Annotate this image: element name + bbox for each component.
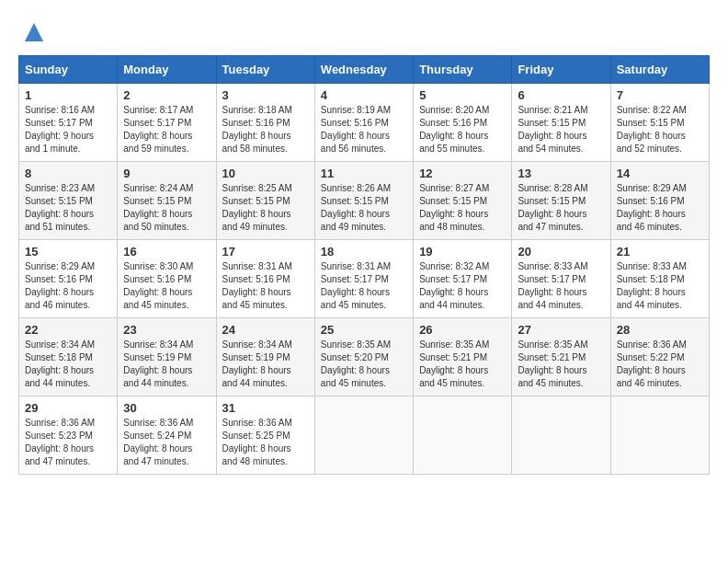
day-number: 7 xyxy=(617,88,703,102)
day-number: 16 xyxy=(123,245,210,259)
day-number: 9 xyxy=(123,167,210,180)
day-info: Sunrise: 8:24 AM Sunset: 5:15 PM Dayligh… xyxy=(123,182,210,234)
day-info: Sunrise: 8:23 AM Sunset: 5:15 PM Dayligh… xyxy=(25,182,111,234)
day-cell xyxy=(314,396,413,475)
day-cell: 14Sunrise: 8:29 AM Sunset: 5:16 PM Dayli… xyxy=(610,162,709,240)
header-row: SundayMondayTuesdayWednesdayThursdayFrid… xyxy=(19,56,710,84)
day-cell: 8Sunrise: 8:23 AM Sunset: 5:15 PM Daylig… xyxy=(19,162,118,240)
logo xyxy=(18,18,48,46)
day-cell: 13Sunrise: 8:28 AM Sunset: 5:15 PM Dayli… xyxy=(512,162,610,240)
day-number: 12 xyxy=(419,167,506,180)
day-info: Sunrise: 8:17 AM Sunset: 5:17 PM Dayligh… xyxy=(123,104,210,155)
day-cell: 25Sunrise: 8:35 AM Sunset: 5:20 PM Dayli… xyxy=(314,318,413,396)
day-cell: 26Sunrise: 8:35 AM Sunset: 5:21 PM Dayli… xyxy=(414,318,512,396)
day-number: 2 xyxy=(123,88,210,102)
col-header-wednesday: Wednesday xyxy=(314,56,413,84)
day-number: 10 xyxy=(222,167,309,180)
day-info: Sunrise: 8:31 AM Sunset: 5:16 PM Dayligh… xyxy=(222,260,309,312)
day-number: 11 xyxy=(321,167,407,180)
day-number: 8 xyxy=(25,167,111,180)
week-row-5: 29Sunrise: 8:36 AM Sunset: 5:23 PM Dayli… xyxy=(19,396,710,475)
day-cell xyxy=(414,396,512,475)
week-row-4: 22Sunrise: 8:34 AM Sunset: 5:18 PM Dayli… xyxy=(19,318,710,396)
logo-icon xyxy=(20,18,48,46)
day-info: Sunrise: 8:36 AM Sunset: 5:23 PM Dayligh… xyxy=(25,417,111,468)
day-number: 14 xyxy=(617,167,703,180)
page-header xyxy=(18,18,710,46)
day-info: Sunrise: 8:25 AM Sunset: 5:15 PM Dayligh… xyxy=(222,182,309,234)
day-info: Sunrise: 8:28 AM Sunset: 5:15 PM Dayligh… xyxy=(518,182,604,234)
day-cell: 21Sunrise: 8:33 AM Sunset: 5:18 PM Dayli… xyxy=(610,240,709,318)
day-info: Sunrise: 8:19 AM Sunset: 5:16 PM Dayligh… xyxy=(321,104,407,155)
day-info: Sunrise: 8:29 AM Sunset: 5:16 PM Dayligh… xyxy=(25,260,111,312)
day-number: 26 xyxy=(419,323,506,337)
day-info: Sunrise: 8:31 AM Sunset: 5:17 PM Dayligh… xyxy=(321,260,407,312)
day-info: Sunrise: 8:35 AM Sunset: 5:21 PM Dayligh… xyxy=(518,339,604,390)
day-cell: 12Sunrise: 8:27 AM Sunset: 5:15 PM Dayli… xyxy=(414,162,512,240)
col-header-thursday: Thursday xyxy=(414,56,512,84)
day-cell: 28Sunrise: 8:36 AM Sunset: 5:22 PM Dayli… xyxy=(610,318,709,396)
week-row-3: 15Sunrise: 8:29 AM Sunset: 5:16 PM Dayli… xyxy=(19,240,710,318)
day-number: 1 xyxy=(25,88,111,102)
day-cell: 3Sunrise: 8:18 AM Sunset: 5:16 PM Daylig… xyxy=(216,84,314,162)
day-cell: 24Sunrise: 8:34 AM Sunset: 5:19 PM Dayli… xyxy=(216,318,314,396)
day-info: Sunrise: 8:36 AM Sunset: 5:25 PM Dayligh… xyxy=(222,417,309,468)
day-info: Sunrise: 8:32 AM Sunset: 5:17 PM Dayligh… xyxy=(419,260,506,312)
day-cell xyxy=(512,396,610,475)
svg-marker-0 xyxy=(25,23,43,41)
day-number: 24 xyxy=(222,323,309,337)
day-info: Sunrise: 8:34 AM Sunset: 5:19 PM Dayligh… xyxy=(222,339,309,390)
day-info: Sunrise: 8:35 AM Sunset: 5:20 PM Dayligh… xyxy=(321,339,407,390)
day-number: 19 xyxy=(419,245,506,259)
calendar-table: SundayMondayTuesdayWednesdayThursdayFrid… xyxy=(18,55,710,475)
day-cell: 5Sunrise: 8:20 AM Sunset: 5:16 PM Daylig… xyxy=(414,84,512,162)
day-cell: 2Sunrise: 8:17 AM Sunset: 5:17 PM Daylig… xyxy=(118,84,216,162)
day-number: 6 xyxy=(518,88,604,102)
day-info: Sunrise: 8:33 AM Sunset: 5:17 PM Dayligh… xyxy=(518,260,604,312)
day-info: Sunrise: 8:18 AM Sunset: 5:16 PM Dayligh… xyxy=(222,104,309,155)
day-cell: 4Sunrise: 8:19 AM Sunset: 5:16 PM Daylig… xyxy=(314,84,413,162)
day-info: Sunrise: 8:21 AM Sunset: 5:15 PM Dayligh… xyxy=(518,104,604,155)
col-header-friday: Friday xyxy=(512,56,610,84)
day-cell xyxy=(610,396,709,475)
day-info: Sunrise: 8:22 AM Sunset: 5:15 PM Dayligh… xyxy=(617,104,703,155)
col-header-sunday: Sunday xyxy=(19,56,118,84)
day-number: 3 xyxy=(222,88,309,102)
day-number: 18 xyxy=(321,245,407,259)
day-number: 20 xyxy=(518,245,604,259)
day-number: 21 xyxy=(617,245,703,259)
day-info: Sunrise: 8:33 AM Sunset: 5:18 PM Dayligh… xyxy=(617,260,703,312)
day-info: Sunrise: 8:34 AM Sunset: 5:18 PM Dayligh… xyxy=(25,339,111,390)
day-cell: 7Sunrise: 8:22 AM Sunset: 5:15 PM Daylig… xyxy=(610,84,709,162)
day-number: 13 xyxy=(518,167,604,180)
day-cell: 1Sunrise: 8:16 AM Sunset: 5:17 PM Daylig… xyxy=(19,84,118,162)
day-cell: 15Sunrise: 8:29 AM Sunset: 5:16 PM Dayli… xyxy=(19,240,118,318)
day-number: 27 xyxy=(518,323,604,337)
day-info: Sunrise: 8:20 AM Sunset: 5:16 PM Dayligh… xyxy=(419,104,506,155)
day-info: Sunrise: 8:29 AM Sunset: 5:16 PM Dayligh… xyxy=(617,182,703,234)
day-cell: 9Sunrise: 8:24 AM Sunset: 5:15 PM Daylig… xyxy=(118,162,216,240)
day-cell: 10Sunrise: 8:25 AM Sunset: 5:15 PM Dayli… xyxy=(216,162,314,240)
col-header-saturday: Saturday xyxy=(610,56,709,84)
week-row-2: 8Sunrise: 8:23 AM Sunset: 5:15 PM Daylig… xyxy=(19,162,710,240)
day-number: 15 xyxy=(25,245,111,259)
day-number: 17 xyxy=(222,245,309,259)
day-info: Sunrise: 8:35 AM Sunset: 5:21 PM Dayligh… xyxy=(419,339,506,390)
day-cell: 23Sunrise: 8:34 AM Sunset: 5:19 PM Dayli… xyxy=(118,318,216,396)
day-cell: 16Sunrise: 8:30 AM Sunset: 5:16 PM Dayli… xyxy=(118,240,216,318)
day-info: Sunrise: 8:36 AM Sunset: 5:24 PM Dayligh… xyxy=(123,417,210,468)
day-number: 5 xyxy=(419,88,506,102)
day-info: Sunrise: 8:34 AM Sunset: 5:19 PM Dayligh… xyxy=(123,339,210,390)
day-cell: 11Sunrise: 8:26 AM Sunset: 5:15 PM Dayli… xyxy=(314,162,413,240)
day-cell: 22Sunrise: 8:34 AM Sunset: 5:18 PM Dayli… xyxy=(19,318,118,396)
day-number: 4 xyxy=(321,88,407,102)
day-cell: 19Sunrise: 8:32 AM Sunset: 5:17 PM Dayli… xyxy=(414,240,512,318)
day-cell: 17Sunrise: 8:31 AM Sunset: 5:16 PM Dayli… xyxy=(216,240,314,318)
day-info: Sunrise: 8:16 AM Sunset: 5:17 PM Dayligh… xyxy=(25,104,111,155)
day-cell: 29Sunrise: 8:36 AM Sunset: 5:23 PM Dayli… xyxy=(19,396,118,475)
day-number: 28 xyxy=(617,323,703,337)
day-cell: 31Sunrise: 8:36 AM Sunset: 5:25 PM Dayli… xyxy=(216,396,314,475)
day-info: Sunrise: 8:36 AM Sunset: 5:22 PM Dayligh… xyxy=(617,339,703,390)
day-number: 31 xyxy=(222,401,309,415)
day-cell: 27Sunrise: 8:35 AM Sunset: 5:21 PM Dayli… xyxy=(512,318,610,396)
